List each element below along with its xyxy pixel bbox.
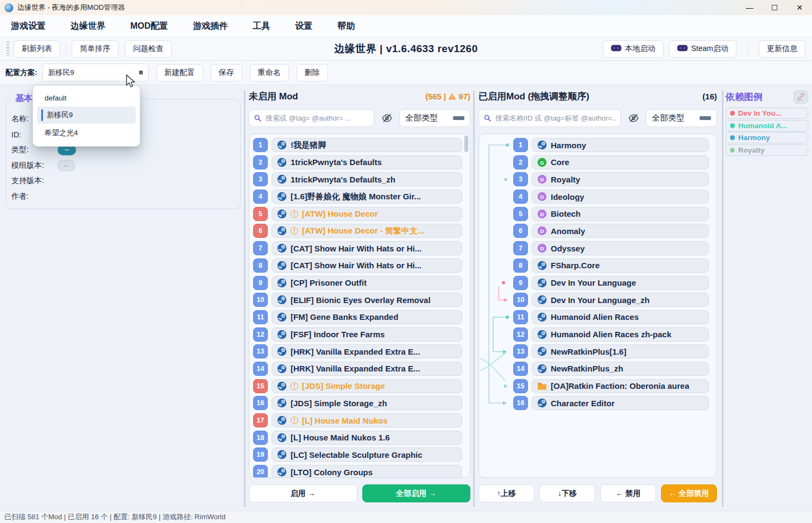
mod-row[interactable]: 5![ATW] House Decor [253, 207, 462, 221]
move-up-button[interactable]: ↑上移 [479, 484, 534, 502]
mod-row[interactable]: 2GCore [513, 155, 709, 169]
mod-row[interactable]: 31trickPwnyta's Defaults_zh [253, 172, 462, 186]
mod-pill[interactable]: [HRK] Vanilla Expanded Extra E... [272, 344, 462, 358]
mod-row[interactable]: 19[LC] Selectable Sculpture Graphic [253, 448, 462, 462]
panel-splitter[interactable] [473, 90, 475, 507]
unused-search-input[interactable] [249, 109, 374, 127]
mod-pill[interactable]: Humanoid Alien Races zh-pack [532, 327, 709, 342]
menu-item-2[interactable]: 边缘世界 [71, 21, 105, 32]
enabled-search-input[interactable] [479, 109, 621, 127]
refresh-list-button[interactable]: 刷新列表 [14, 40, 60, 58]
mod-pill[interactable]: [JDS] Simple Storage_zh [272, 396, 462, 410]
delete-profile-button[interactable]: 删除 [297, 64, 328, 81]
issue-check-button[interactable]: 问题检查 [125, 40, 172, 58]
legend-item-2[interactable]: Humanoid A... [726, 120, 808, 131]
mod-row[interactable]: 21trickPwnyta's Defaults [253, 155, 462, 169]
menu-item-1[interactable]: 游戏设置 [11, 21, 46, 32]
mod-pill[interactable]: FSharp.Core [532, 259, 709, 273]
mod-pill[interactable]: [FSF] Indoor Tree Farms [272, 327, 462, 342]
mod-row[interactable]: 4DIdeology [513, 190, 709, 204]
link-button[interactable] [794, 90, 808, 104]
mod-row[interactable]: 8FSharp.Core [513, 259, 709, 273]
mod-row[interactable]: 16[JDS] Simple Storage_zh [253, 396, 462, 410]
mod-row[interactable]: 4[1.6]野兽娘化 魔物娘 Monster Gir... [253, 190, 462, 204]
mod-row[interactable]: 1Harmony [513, 138, 709, 152]
toolbar-drag-handle[interactable] [7, 42, 9, 56]
mod-row[interactable]: 18[L] House Maid Nukos 1.6 [253, 431, 462, 445]
mod-pill[interactable]: [CP] Prisoner Outfit [272, 276, 462, 290]
scrollbar-thumb[interactable] [464, 136, 468, 152]
mod-pill[interactable]: NewRatkinPlus_zh [532, 362, 709, 376]
mod-row[interactable]: 7[CAT] Show Hair With Hats or Hi... [253, 241, 462, 255]
disable-all-button[interactable]: ← 全部禁用 [661, 484, 717, 502]
mod-pill[interactable]: [FM] Gene Banks Expanded [272, 310, 462, 324]
menu-item-3[interactable]: MOD配置 [130, 21, 168, 32]
mod-pill[interactable]: GCore [532, 155, 709, 169]
new-profile-button[interactable]: 新建配置 [156, 64, 203, 81]
mod-pill[interactable]: ![ATW] House Decor - 简繁中文... [272, 224, 462, 238]
mod-pill[interactable]: [LC] Selectable Sculpture Graphic [272, 448, 462, 462]
mod-pill[interactable]: Humanoid Alien Races [532, 310, 709, 324]
panel-splitter[interactable] [722, 90, 723, 507]
update-info-button[interactable]: 更新信息 [759, 40, 805, 58]
mod-pill[interactable]: [CAT] Show Hair With Hats or Hi... [272, 259, 462, 273]
mod-pill[interactable]: 1trickPwnyta's Defaults_zh [272, 172, 462, 186]
simple-sort-button[interactable]: 简单排序 [72, 40, 118, 58]
close-button[interactable]: ✕ [787, 0, 812, 15]
profile-option-2[interactable]: 新移民9 [37, 106, 136, 124]
menu-item-4[interactable]: 游戏插件 [193, 21, 228, 32]
mod-row[interactable]: 13[HRK] Vanilla Expanded Extra E... [253, 344, 462, 358]
profile-option-3[interactable]: 希望之光4 [37, 124, 136, 142]
mod-row[interactable]: 17![L] House Maid Nukos [253, 413, 462, 427]
mod-row[interactable]: 16Character Editor [513, 396, 709, 410]
legend-item-1[interactable]: Dev In You... [726, 108, 808, 119]
mod-row[interactable]: 3DRoyalty [513, 172, 709, 186]
enabled-type-filter[interactable]: 全部类型 [646, 109, 717, 127]
unused-list-scrollbar[interactable] [464, 135, 469, 476]
hide-filter-button[interactable] [625, 110, 641, 126]
mod-row[interactable]: 11[FM] Gene Banks Expanded [253, 310, 462, 324]
mod-pill[interactable]: [OA]Ratkin Faction: Oberonia aurea [532, 379, 709, 393]
panel-splitter[interactable] [244, 90, 246, 507]
mod-pill[interactable]: Character Editor [532, 396, 709, 410]
mod-row[interactable]: 11Humanoid Alien Races [513, 310, 709, 324]
mod-pill[interactable]: Dev In Your Language [532, 276, 709, 290]
mod-pill[interactable]: DIdeology [532, 190, 709, 204]
mod-row[interactable]: 9[CP] Prisoner Outfit [253, 276, 462, 290]
menu-item-5[interactable]: 工具 [253, 21, 270, 32]
move-down-button[interactable]: ↓下移 [539, 484, 595, 502]
mod-row[interactable]: 14[HRK] Vanilla Expanded Extra E... [253, 362, 462, 376]
enable-all-button[interactable]: 全部启用 → [362, 484, 471, 502]
mod-pill[interactable]: DAnomaly [532, 224, 709, 238]
mod-pill[interactable]: [1.6]野兽娘化 魔物娘 Monster Gir... [272, 190, 462, 204]
mod-pill[interactable]: [ELIF] Bionic Eyes Overlay Removal [272, 293, 462, 307]
mod-row[interactable]: 6DAnomaly [513, 224, 709, 238]
mod-pill[interactable]: ![JDS] Simple Storage [272, 379, 462, 393]
mod-pill[interactable]: [LTO] Colony Groups [272, 465, 462, 478]
mod-row[interactable]: 8[CAT] Show Hair With Hats or Hi... [253, 259, 462, 273]
mod-pill[interactable]: [CAT] Show Hair With Hats or Hi... [272, 241, 462, 255]
legend-item-3[interactable]: Harmony [726, 132, 808, 143]
disable-button[interactable]: ← 禁用 [600, 484, 656, 502]
mod-row[interactable]: 12[FSF] Indoor Tree Farms [253, 327, 462, 342]
mod-pill[interactable]: DRoyalty [532, 172, 709, 186]
minimize-button[interactable]: — [737, 0, 762, 15]
mod-pill[interactable]: !我是猪脚 [272, 138, 462, 152]
mod-pill[interactable]: [L] House Maid Nukos 1.6 [272, 431, 462, 445]
mod-pill[interactable]: [HRK] Vanilla Expanded Extra E... [272, 362, 462, 376]
mod-row[interactable]: 5DBiotech [513, 207, 709, 221]
mod-pill[interactable]: Harmony [532, 138, 709, 152]
hide-filter-button[interactable] [379, 110, 395, 126]
mod-pill[interactable]: NewRatkinPlus[1.6] [532, 344, 709, 358]
menu-item-6[interactable]: 设置 [295, 21, 312, 32]
mod-row[interactable]: 7DOdyssey [513, 241, 709, 255]
mod-row[interactable]: 15![JDS] Simple Storage [253, 379, 462, 393]
mod-row[interactable]: 12Humanoid Alien Races zh-pack [513, 327, 709, 342]
mod-row[interactable]: 14NewRatkinPlus_zh [513, 362, 709, 376]
mod-pill[interactable]: DBiotech [532, 207, 709, 221]
mod-row[interactable]: 10[ELIF] Bionic Eyes Overlay Removal [253, 293, 462, 307]
mod-pill[interactable]: ![ATW] House Decor [272, 207, 462, 221]
menu-item-7[interactable]: 帮助 [337, 21, 355, 32]
mod-row[interactable]: 15[OA]Ratkin Faction: Oberonia aurea [513, 379, 709, 393]
steam-launch-button[interactable]: Steam启动 [669, 40, 737, 58]
